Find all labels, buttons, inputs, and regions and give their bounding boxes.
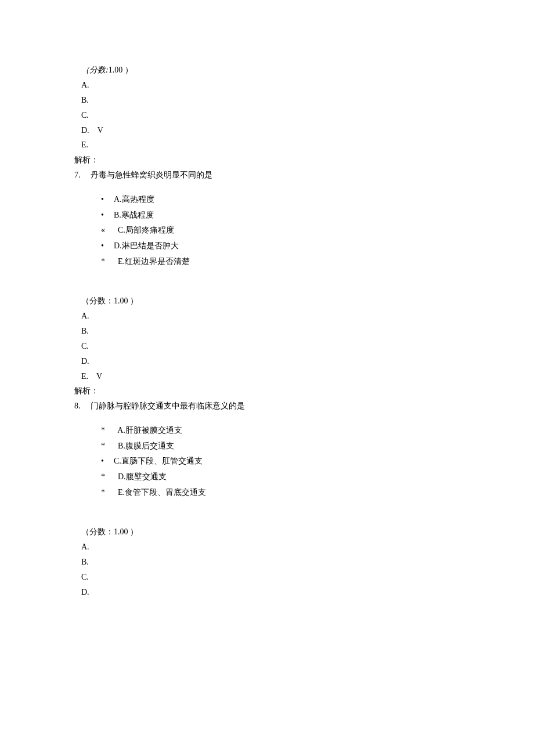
q8-option-d-text: D.腹壁交通支 <box>118 472 167 481</box>
document-page: （分数:1.00 ） A. B. C. D.V E. 解析： 7.丹毒与急性蜂窝… <box>0 0 534 756</box>
q6-score: （分数:1.00 ） <box>74 63 460 78</box>
q6-answer-e: E. <box>74 138 460 153</box>
bullet-icon: * <box>101 485 114 501</box>
bullet-icon: * <box>101 254 114 270</box>
bullet-icon: • <box>101 238 114 254</box>
q6-answer-b: B. <box>74 93 460 108</box>
q7-number: 7. <box>74 168 91 183</box>
q8-options: * A.肝脏被膜交通支 * B.腹膜后交通支 •C.直肠下段、肛管交通支 * D… <box>74 423 460 500</box>
q7-option-d: •D.淋巴结是否肿大 <box>101 238 460 254</box>
q8-option-c: •C.直肠下段、肛管交通支 <box>101 454 460 469</box>
q8-score: （分数：1.00 ） <box>74 525 460 540</box>
bullet-icon: • <box>101 454 114 469</box>
q7-answer-b: B. <box>74 324 460 339</box>
q8-option-a-text: A.肝脏被膜交通支 <box>117 426 182 435</box>
q8-answer-c: C. <box>74 570 460 585</box>
q6-explanation-label: 解析： <box>74 153 460 168</box>
q8-answer-b: B. <box>74 555 460 570</box>
q7-answer-a: A. <box>74 309 460 324</box>
q8-option-e-text: E.食管下段、胃底交通支 <box>118 488 206 497</box>
q8-answer-d: D. <box>74 585 460 600</box>
q7-score-value: 1.00 ） <box>114 296 138 305</box>
q8-option-b-text: B.腹膜后交通支 <box>118 442 174 450</box>
q6-answer-d-label: D. <box>81 126 89 135</box>
q6-answer-c: C. <box>74 108 460 123</box>
q8-number: 8. <box>74 399 91 414</box>
q7-option-c-text: C.局部疼痛程度 <box>118 226 174 234</box>
q7-option-a-text: A.高热程度 <box>114 195 154 204</box>
q7-option-b-text: B.寒战程度 <box>114 211 154 219</box>
q7-score: （分数：1.00 ） <box>74 294 460 309</box>
q7-answer-e-label: E. <box>81 372 88 381</box>
q7-answer-c: C. <box>74 339 460 354</box>
bullet-icon: * <box>101 423 114 439</box>
q6-score-label: （分数: <box>81 66 109 74</box>
q8-option-b: * B.腹膜后交通支 <box>101 439 460 454</box>
q8-option-d: * D.腹壁交通支 <box>101 469 460 485</box>
q7-explanation-label: 解析： <box>74 384 460 399</box>
q6-score-value: 1.00 ） <box>109 66 133 74</box>
q7-option-c: « C.局部疼痛程度 <box>101 223 460 238</box>
check-mark-icon: V <box>98 123 103 138</box>
q8-answer-a: A. <box>74 540 460 555</box>
q7-stem-text: 丹毒与急性蜂窝织炎明显不同的是 <box>91 171 212 179</box>
q7-stem: 7.丹毒与急性蜂窝织炎明显不同的是 <box>74 168 460 183</box>
bullet-icon: « <box>101 223 114 238</box>
check-mark-icon: V <box>96 369 102 384</box>
bullet-icon: • <box>101 208 114 223</box>
q8-option-c-text: C.直肠下段、肛管交通支 <box>114 457 203 465</box>
q7-options: •A.高热程度 •B.寒战程度 « C.局部疼痛程度 •D.淋巴结是否肿大 * … <box>74 192 460 269</box>
bullet-icon: * <box>101 469 114 485</box>
q7-option-a: •A.高热程度 <box>101 192 460 208</box>
q8-score-value: 1.00 ） <box>114 527 138 536</box>
bullet-icon: * <box>101 439 114 454</box>
q7-option-d-text: D.淋巴结是否肿大 <box>114 241 179 250</box>
q6-answer-d: D.V <box>74 123 460 138</box>
q8-stem-text: 门静脉与腔静脉交通支中最有临床意义的是 <box>91 401 245 410</box>
q7-score-label: （分数： <box>81 296 114 305</box>
q7-option-e-text: E.红斑边界是否清楚 <box>118 257 190 266</box>
q8-stem: 8.门静脉与腔静脉交通支中最有临床意义的是 <box>74 399 460 414</box>
q7-answer-e: E.V <box>74 369 460 384</box>
q7-option-b: •B.寒战程度 <box>101 208 460 223</box>
q7-option-e: * E.红斑边界是否清楚 <box>101 254 460 270</box>
q6-answer-a: A. <box>74 78 460 93</box>
q8-option-a: * A.肝脏被膜交通支 <box>101 423 460 439</box>
q7-answer-d: D. <box>74 354 460 369</box>
bullet-icon: • <box>101 192 114 208</box>
q8-option-e: * E.食管下段、胃底交通支 <box>101 485 460 501</box>
q8-score-label: （分数： <box>81 527 114 536</box>
